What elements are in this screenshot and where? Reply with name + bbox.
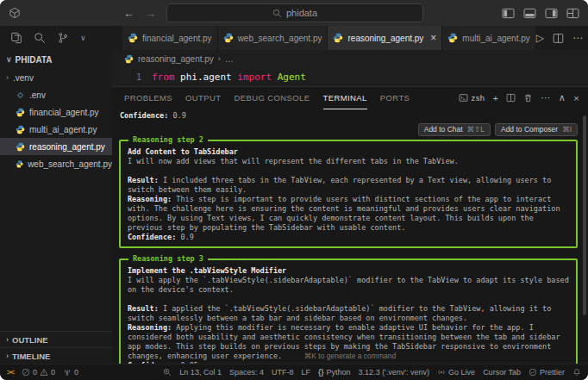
python-file-icon (447, 33, 458, 43)
run-python-file-icon[interactable]: ▷ (536, 32, 544, 44)
eol-status[interactable]: LF (301, 368, 310, 377)
toggle-secondary-sidebar-icon[interactable] (545, 8, 558, 19)
cursor-tab-status[interactable]: Cursor Tab (483, 368, 521, 377)
add-to-composer-button[interactable]: Add to Composer ⌘I (495, 123, 578, 136)
terminal-output[interactable]: Confidence: 0.9 Add to Chat ⌘⇧L Add to C… (112, 109, 588, 364)
zoom-icon[interactable] (163, 368, 172, 377)
outline-section[interactable]: › OUTLINE (0, 331, 112, 347)
panel-tab-ports[interactable]: PORTS (380, 87, 410, 109)
activity-bar: ∨ (0, 26, 122, 50)
nav-forward-button[interactable]: → (145, 7, 156, 20)
chevron-right-icon: › (6, 73, 9, 82)
remote-icon[interactable]: >< (7, 368, 14, 377)
ports-status[interactable]: 0 (63, 368, 78, 377)
chevron-right-icon: › (6, 352, 9, 360)
search-view-icon[interactable] (34, 32, 46, 44)
tab-label: financial_agent.py (142, 34, 212, 43)
terminal-profile[interactable]: zsh (459, 93, 485, 103)
panel-more-icon[interactable]: ⋯ (541, 92, 550, 103)
step-result: Result: I included three tabs in the Tab… (128, 176, 569, 195)
toggle-panel-icon[interactable] (523, 8, 536, 19)
close-panel-icon[interactable]: × (573, 93, 579, 103)
status-bar: >< 0 0 0 Ln 13, Col 1 Spaces: 4 UTF-8 LF… (0, 364, 588, 380)
notifications-bell-icon[interactable] (572, 368, 581, 377)
maximize-panel-icon[interactable]: ∧ (559, 92, 566, 103)
tab-web-search-agent[interactable]: web_search_agent.py (218, 26, 328, 50)
sidebar-item-venv[interactable]: › .venv (0, 69, 112, 86)
check-icon (529, 368, 537, 377)
prettier-status[interactable]: Prettier (529, 368, 565, 377)
activity-more-icon[interactable]: ∨ (80, 34, 86, 42)
split-terminal-icon[interactable] (506, 93, 516, 103)
customize-layout-icon[interactable] (566, 8, 579, 19)
tab-strip: ∨ financial_agent.py web_search_agent.py… (0, 26, 588, 50)
add-to-chat-button[interactable]: Add to Chat ⌘⇧L (418, 123, 491, 136)
code-line: from phi.agent import Agent (152, 72, 306, 83)
sidebar-item-multi-ai-agent[interactable]: multi_ai_agent.py (0, 121, 112, 138)
python-file-icon (16, 142, 25, 152)
line-number: 1 (112, 72, 152, 82)
panel-tab-bar: PROBLEMS OUTPUT DEBUG CONSOLE TERMINAL P… (112, 87, 588, 109)
terminal-scrollbar[interactable] (583, 115, 586, 315)
step-heading: Add Content to TabSidebar (128, 147, 569, 157)
panel-tab-terminal[interactable]: TERMINAL (323, 87, 367, 109)
tab-label: reasoning_agent.py (347, 34, 423, 43)
new-terminal-icon[interactable]: + (492, 93, 498, 103)
sidebar-item-reasoning-agent[interactable]: reasoning_agent.py (0, 138, 112, 155)
panel-tab-problems[interactable]: PROBLEMS (124, 87, 172, 109)
indentation-status[interactable]: Spaces: 4 (229, 368, 264, 377)
command-center-search[interactable]: phidata (166, 3, 423, 22)
editor-group: reasoning_agent.py › … 1 from phi.agent … (112, 50, 588, 364)
language-mode-status[interactable]: {} Python (318, 368, 351, 377)
status-right: Ln 13, Col 1 Spaces: 4 UTF-8 LF {} Pytho… (163, 368, 581, 377)
kill-terminal-icon[interactable] (523, 93, 533, 103)
editor-tabs: financial_agent.py web_search_agent.py r… (122, 26, 536, 50)
source-control-icon[interactable] (57, 32, 69, 44)
problems-status[interactable]: 0 0 (22, 368, 55, 377)
cursor-position-status[interactable]: Ln 13, Col 1 (179, 368, 222, 377)
toggle-primary-sidebar-icon[interactable] (502, 8, 515, 19)
project-section-header[interactable]: ∨ PHIDATA (0, 50, 112, 69)
sidebar-item-env[interactable]: .env (0, 86, 112, 103)
encoding-status[interactable]: UTF-8 (272, 368, 294, 377)
braces-icon: {} (318, 368, 324, 377)
python-file-icon (124, 54, 134, 64)
search-icon (272, 9, 282, 18)
step-result: Result: I applied the `.tabViewStyle(.si… (128, 304, 569, 323)
tab-multi-ai-agent[interactable]: multi_ai_agent.py (442, 26, 535, 50)
go-live-status[interactable]: Go Live (437, 368, 475, 377)
terminal-selection-actions: Add to Chat ⌘⇧L Add to Composer ⌘I (117, 123, 578, 136)
search-text: phidata (286, 8, 317, 18)
tab-financial-agent[interactable]: financial_agent.py (122, 26, 218, 50)
reasoning-step-2-box: Reasoning step 2 Add Content to TabSideb… (119, 140, 578, 248)
explorer-icon[interactable] (10, 32, 22, 44)
status-left: >< 0 0 0 (7, 368, 78, 377)
broadcast-icon (437, 368, 446, 377)
nav-back-button[interactable]: ← (123, 7, 134, 20)
bottom-panel: PROBLEMS OUTPUT DEBUG CONSOLE TERMINAL P… (112, 86, 588, 364)
step-confidence: Confidence: 0.95 (128, 361, 569, 364)
python-interpreter-status[interactable]: 3.12.3 ('.venv': venv) (359, 368, 429, 377)
panel-tab-output[interactable]: OUTPUT (185, 87, 221, 109)
reasoning-step-title: Reasoning step 2 (128, 135, 208, 145)
split-editor-icon[interactable] (553, 33, 564, 44)
panel-tab-debug-console[interactable]: DEBUG CONSOLE (234, 87, 310, 109)
more-actions-icon[interactable]: ⋯ (572, 32, 583, 44)
cmdk-hint: ⌘K to generate a command (112, 352, 588, 361)
python-file-icon (223, 33, 234, 43)
breadcrumb[interactable]: reasoning_agent.py › … (112, 50, 588, 67)
tab-close-icon[interactable]: × (430, 33, 436, 43)
sidebar-item-financial-agent[interactable]: financial_agent.py (0, 103, 112, 121)
gear-icon (16, 90, 25, 100)
code-editor[interactable]: 1 from phi.agent import Agent (112, 67, 588, 86)
terminal-scrollback-line: Confidence: 0.9 (120, 111, 579, 121)
step-heading: Implement the .tabViewStyle Modifier (128, 266, 569, 276)
tab-reasoning-agent[interactable]: reasoning_agent.py × (328, 26, 442, 50)
warning-icon (40, 368, 48, 377)
step-reasoning: Reasoning: This step is important to pro… (128, 195, 569, 233)
sidebar-item-web-search-agent[interactable]: web_search_agent.py (0, 155, 112, 172)
timeline-section[interactable]: › TIMELINE (0, 347, 112, 364)
app-logo-icon (9, 7, 21, 19)
python-file-icon (128, 33, 138, 43)
radio-tower-icon (63, 368, 72, 377)
